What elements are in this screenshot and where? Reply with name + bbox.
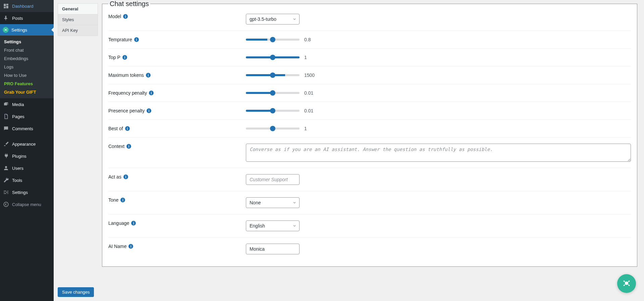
temperature-value: 0.8 bbox=[304, 37, 318, 42]
label-language: Language bbox=[108, 220, 129, 226]
sliders-icon bbox=[3, 189, 9, 196]
freq-penalty-slider[interactable] bbox=[246, 92, 300, 94]
act-as-input[interactable] bbox=[246, 174, 300, 185]
menu-settings[interactable]: Settings bbox=[0, 186, 54, 198]
row-language: Language i English bbox=[108, 214, 631, 238]
temperature-slider[interactable] bbox=[246, 39, 300, 41]
menu-label: Tools bbox=[12, 178, 22, 183]
menu-label: Dashboard bbox=[12, 4, 34, 9]
pres-penalty-slider[interactable] bbox=[246, 110, 300, 112]
info-icon[interactable]: i bbox=[128, 244, 133, 249]
settings-subnav: General Styles API Key bbox=[58, 0, 98, 301]
menu-plugins[interactable]: Plugins bbox=[0, 150, 54, 162]
chat-bubble[interactable] bbox=[617, 274, 636, 293]
info-icon[interactable]: i bbox=[123, 14, 128, 19]
panel-title: Chat settings bbox=[108, 0, 150, 8]
chat-bubble-icon bbox=[622, 278, 632, 289]
info-icon[interactable]: i bbox=[147, 108, 151, 113]
info-icon[interactable]: i bbox=[149, 91, 154, 95]
content-area: General Styles API Key Chat settings Mod… bbox=[54, 0, 644, 301]
row-freq-penalty: Frequency penalty i 0.01 bbox=[108, 84, 631, 102]
menu-pages[interactable]: Pages bbox=[0, 110, 54, 122]
row-best-of: Best of i 1 bbox=[108, 120, 631, 138]
submenu-embeddings[interactable]: Embeddings bbox=[0, 54, 54, 63]
ai-name-input[interactable] bbox=[246, 244, 300, 254]
info-icon[interactable]: i bbox=[146, 73, 151, 78]
menu-label: Pages bbox=[12, 114, 24, 119]
svg-point-5 bbox=[4, 202, 8, 207]
row-pres-penalty: Presence penalty i 0.01 bbox=[108, 102, 631, 120]
menu-tools[interactable]: Tools bbox=[0, 174, 54, 186]
menu-label: Users bbox=[12, 166, 23, 171]
best-of-value: 1 bbox=[304, 126, 318, 131]
collapse-label: Collapse menu bbox=[12, 202, 41, 207]
label-act-as: Act as bbox=[108, 174, 121, 180]
info-icon[interactable]: i bbox=[134, 37, 139, 42]
plug-icon bbox=[3, 153, 9, 159]
pin-icon bbox=[3, 15, 9, 21]
menu-label: Settings bbox=[11, 28, 27, 33]
top-p-slider[interactable] bbox=[246, 56, 300, 58]
info-icon[interactable]: i bbox=[120, 198, 125, 202]
brush-icon bbox=[3, 141, 9, 147]
info-icon[interactable]: i bbox=[123, 174, 128, 179]
row-tone: Tone i None bbox=[108, 191, 631, 214]
wrench-icon bbox=[3, 177, 9, 184]
row-temperature: Temprature i 0.8 bbox=[108, 31, 631, 49]
subnav-api-key[interactable]: API Key bbox=[58, 25, 98, 36]
label-tone: Tone bbox=[108, 197, 118, 203]
info-icon[interactable]: i bbox=[126, 144, 131, 149]
collapse-menu[interactable]: Collapse menu bbox=[0, 198, 54, 210]
row-ai-name: AI Name i bbox=[108, 238, 631, 260]
tone-select[interactable]: None bbox=[246, 197, 300, 208]
max-tokens-value: 1500 bbox=[304, 72, 318, 78]
label-model: Model bbox=[108, 14, 121, 19]
comment-icon bbox=[3, 125, 9, 132]
info-icon[interactable]: i bbox=[122, 55, 127, 60]
subnav-general[interactable]: General bbox=[58, 3, 98, 14]
submenu-front-chat[interactable]: Front chat bbox=[0, 46, 54, 54]
subnav-styles[interactable]: Styles bbox=[58, 14, 98, 25]
context-textarea[interactable] bbox=[246, 144, 631, 162]
label-best-of: Best of bbox=[108, 126, 123, 131]
top-p-value: 1 bbox=[304, 55, 318, 60]
collapse-icon bbox=[3, 201, 9, 208]
language-select[interactable]: English bbox=[246, 220, 300, 231]
submenu: Settings Front chat Embeddings Logs How … bbox=[0, 36, 54, 98]
menu-appearance[interactable]: Appearance bbox=[0, 138, 54, 150]
menu-comments[interactable]: Comments bbox=[0, 122, 54, 135]
max-tokens-slider[interactable] bbox=[246, 74, 300, 76]
pres-penalty-value: 0.01 bbox=[304, 108, 318, 113]
label-ai-name: AI Name bbox=[108, 244, 126, 249]
label-temperature: Temprature bbox=[108, 37, 132, 42]
menu-label: Plugins bbox=[12, 154, 26, 159]
menu-posts[interactable]: Posts bbox=[0, 12, 54, 24]
info-icon[interactable]: i bbox=[131, 221, 136, 225]
row-act-as: Act as i bbox=[108, 168, 631, 191]
chat-settings-panel: Chat settings Model i gpt-3.5-turbo Temp… bbox=[102, 0, 637, 267]
label-freq-penalty: Frequency penalty bbox=[108, 90, 147, 96]
model-select[interactable]: gpt-3.5-turbo bbox=[246, 14, 300, 24]
submenu-settings[interactable]: Settings bbox=[0, 38, 54, 46]
menu-label: Posts bbox=[12, 16, 23, 21]
save-button[interactable]: Save changes bbox=[58, 287, 94, 297]
submenu-pro-features[interactable]: PRO Features bbox=[0, 80, 54, 88]
svg-point-1 bbox=[4, 29, 5, 30]
info-icon[interactable]: i bbox=[125, 126, 130, 131]
menu-plugin-settings[interactable]: Settings bbox=[0, 24, 54, 36]
row-max-tokens: Maximum tokens i 1500 bbox=[108, 66, 631, 84]
submenu-logs[interactable]: Logs bbox=[0, 63, 54, 71]
menu-dashboard[interactable]: Dashboard bbox=[0, 0, 54, 12]
dashboard-icon bbox=[3, 3, 9, 9]
menu-media[interactable]: Media bbox=[0, 98, 54, 110]
best-of-slider[interactable] bbox=[246, 128, 300, 130]
label-max-tokens: Maximum tokens bbox=[108, 72, 144, 78]
menu-label: Comments bbox=[12, 126, 33, 131]
menu-label: Settings bbox=[12, 190, 28, 195]
menu-users[interactable]: Users bbox=[0, 162, 54, 174]
submenu-gift[interactable]: Grab Your GIFT bbox=[0, 88, 54, 96]
user-icon bbox=[3, 165, 9, 171]
pages-icon bbox=[3, 113, 9, 120]
menu-label: Media bbox=[12, 102, 24, 107]
submenu-how-to-use[interactable]: How to Use bbox=[0, 71, 54, 80]
